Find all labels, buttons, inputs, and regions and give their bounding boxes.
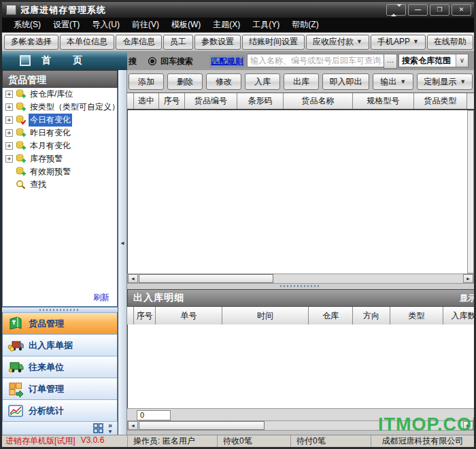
column-header-barcode[interactable]: 条形码 [237, 93, 284, 109]
tab-home[interactable]: 首 页 [2, 51, 127, 70]
tree-item-by-warehouse[interactable]: + 按仓库/库位 [3, 88, 117, 101]
menu-theme[interactable]: 主题(X) [207, 18, 246, 32]
closing-time-button[interactable]: 结账时间设置 [242, 35, 305, 50]
enter-search-radio[interactable] [148, 57, 156, 65]
scrollbar-thumb[interactable] [139, 421, 265, 430]
menu-help[interactable]: 帮助(Z) [286, 18, 324, 32]
goods-grid-body[interactable] [127, 110, 467, 273]
scope-selected-value: 搜索仓库范围 [399, 55, 456, 67]
expand-plus-icon[interactable]: + [5, 155, 13, 163]
customize-display-button[interactable]: 定制显示▼ [417, 73, 473, 90]
shade-button[interactable] [386, 4, 406, 16]
delete-button[interactable]: 删除 [167, 73, 203, 90]
employee-button[interactable]: 员工 [163, 35, 193, 50]
expand-plus-icon[interactable]: + [5, 103, 13, 111]
detail-grid-body[interactable] [127, 325, 474, 408]
scroll-left-icon[interactable]: ◄ [128, 274, 138, 283]
expand-plus-icon[interactable]: + [5, 129, 13, 137]
detail-grid-header: 序号 单号 时间 仓库 方向 类型 入库数 [127, 307, 474, 326]
more-buttons-chevron[interactable]: »▼ [107, 422, 113, 435]
column-header-goods-type[interactable]: 货品类型 [414, 93, 467, 109]
button-label: 入库 [254, 76, 271, 88]
nav-item-order-management[interactable]: 订单管理 [3, 378, 117, 399]
parameter-settings-button[interactable]: 参数设置 [194, 35, 241, 50]
column-header-selected[interactable]: 选中 [134, 93, 159, 109]
vertical-scrollbar[interactable] [467, 110, 474, 273]
column-header-goods-name[interactable]: 货品名称 [284, 93, 353, 109]
column-header-direction[interactable]: 方向 [353, 307, 390, 325]
in-out-button[interactable]: 即入即出 [322, 73, 369, 90]
nav-item-partners[interactable]: 往来单位 [3, 356, 117, 378]
nav-item-goods-management[interactable]: 货品管理 [3, 312, 117, 334]
detail-splitter[interactable] [127, 284, 474, 289]
expand-plus-icon[interactable]: + [5, 142, 13, 150]
match-rule-link[interactable]: 匹配规则 [209, 55, 245, 68]
minimize-button[interactable]: — [408, 4, 428, 16]
tree-item-expiry-warning[interactable]: 有效期预警 [3, 165, 117, 178]
home-tab-label: 首 页 [41, 54, 92, 67]
column-header-order-no[interactable]: 单号 [156, 307, 222, 325]
grid-icon[interactable] [93, 423, 103, 433]
multi-account-button[interactable]: 多帐套选择 [4, 35, 58, 50]
nav-item-label: 分析统计 [29, 405, 64, 417]
add-button[interactable]: 添加 [129, 73, 164, 90]
column-header-index[interactable]: 序号 [159, 93, 185, 109]
tree-item-changed-today[interactable]: + 今日有变化 [3, 114, 117, 127]
scrollbar-thumb[interactable] [139, 274, 273, 283]
enter-search-label: 回车搜索 [160, 56, 193, 67]
goods-horizontal-scrollbar[interactable]: ◄ ► [127, 273, 474, 284]
receivable-payable-button[interactable]: 应收应付款▼ [306, 35, 369, 50]
scroll-right-icon[interactable]: ► [463, 274, 473, 283]
close-button[interactable]: ✕ [452, 4, 471, 16]
menu-template[interactable]: 模板(W) [165, 18, 207, 32]
stock-out-button[interactable]: 出库 [284, 73, 319, 90]
column-header-spec-model[interactable]: 规格型号 [353, 93, 414, 109]
column-header-type[interactable]: 类型 [390, 307, 443, 325]
menu-settings[interactable]: 设置(T) [47, 18, 86, 32]
button-label: 删除 [177, 76, 193, 88]
detail-display-option[interactable]: 显示 [460, 293, 474, 304]
scroll-left-icon[interactable]: ◄ [128, 421, 138, 430]
expand-plus-icon[interactable]: + [5, 116, 13, 124]
column-header-time[interactable]: 时间 [222, 307, 309, 325]
column-header-warehouse[interactable]: 仓库 [309, 307, 353, 325]
column-header-goods-code[interactable]: 货品编号 [185, 93, 237, 109]
search-row: 首 页 搜 回车搜索 匹配规则 … 搜索仓库范围 ∨ [2, 51, 474, 70]
menu-goto[interactable]: 前往(V) [126, 18, 165, 32]
online-help-button[interactable]: 在线帮助 [427, 35, 473, 50]
search-mode-label: 搜 [129, 56, 137, 67]
nav-item-inout-orders[interactable]: 出入库单据 [3, 334, 117, 356]
nav-item-analytics[interactable]: 分析统计 [3, 399, 117, 421]
menu-system[interactable]: 系统(S) [7, 18, 47, 32]
database-icon [15, 102, 27, 112]
app-icon[interactable] [6, 5, 16, 15]
button-label: 仓库信息 [122, 36, 155, 48]
tree-item-find[interactable]: 查找 [3, 178, 117, 191]
refresh-link[interactable]: 刷新 [93, 292, 109, 303]
maximize-button[interactable]: ❐ [430, 4, 449, 16]
tree-item-by-type[interactable]: + 按类型（类型可自定义） [3, 101, 117, 114]
stock-in-button[interactable]: 入库 [245, 73, 280, 90]
warehouse-info-button[interactable]: 仓库信息 [116, 35, 162, 50]
search-input[interactable] [247, 54, 388, 67]
warehouse-scope-select[interactable]: 搜索仓库范围 ∨ [398, 54, 469, 67]
goods-tree: + 按仓库/库位 + 按类型（类型可自定义） + 今日有变化 + [2, 88, 118, 307]
mobile-app-button[interactable]: 手机APP▼ [371, 35, 426, 50]
collapse-left-icon[interactable]: ◄ [120, 240, 125, 246]
tree-item-stock-warning[interactable]: + 库存预警 [3, 152, 117, 165]
more-search-options-button[interactable]: … [384, 54, 397, 69]
vertical-splitter[interactable]: ◄ [118, 70, 127, 435]
status-bar: 进销存单机版[试用] V3.0.6 操作员: 匿名用户 待收0笔 待付0笔 成都… [2, 435, 474, 447]
company-info-button[interactable]: 本单位信息 [60, 35, 114, 50]
export-button[interactable]: 输出▼ [373, 73, 413, 90]
expand-plus-icon[interactable]: + [5, 90, 13, 98]
edit-button[interactable]: 修改 [206, 73, 241, 90]
menu-tools[interactable]: 工具(Y) [246, 18, 286, 32]
tree-item-changed-this-month[interactable]: + 本月有变化 [3, 139, 117, 152]
menu-import[interactable]: 导入(U) [86, 18, 126, 32]
column-header-index[interactable]: 序号 [134, 307, 156, 325]
database-icon [15, 89, 27, 99]
button-label: 修改 [216, 76, 232, 88]
tree-item-changed-yesterday[interactable]: + 昨日有变化 [3, 127, 117, 139]
column-header-in-qty[interactable]: 入库数 [443, 307, 474, 325]
